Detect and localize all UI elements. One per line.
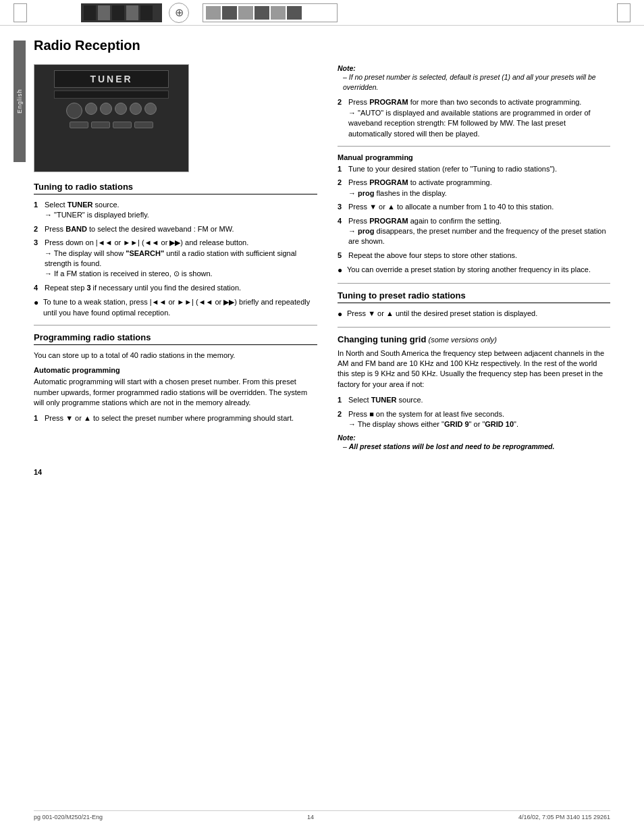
tuning-step-3-arrow1: → The display will show "SEARCH" until a… (45, 249, 296, 267)
changing-step-1-text: Select TUNER source. (348, 395, 610, 405)
tuning-steps-list: 1 Select TUNER source. → "TUNER" is disp… (34, 200, 317, 293)
tuning-step-2: 2 Press BAND to select the desired waveb… (34, 224, 317, 234)
right-column: Note: – If no preset number is selected,… (338, 64, 610, 457)
programming-intro-text: You can store up to a total of 40 radio … (34, 350, 317, 361)
manual-step-2-arrow: → prog flashes in the display. (348, 189, 447, 197)
manual-step-num-3: 3 (338, 202, 348, 212)
divider-1 (34, 325, 317, 325)
manual-step-3-text: Press ▼ or ▲ to allocate a number from 1… (348, 202, 610, 212)
tuning-bullet-1: ● To tune to a weak station, press |◄◄ o… (34, 297, 317, 318)
auto-step-2-text: Press PROGRAM for more than two seconds … (348, 97, 610, 139)
tuning-step-3-arrow2: → If a FM station is received in stereo,… (45, 269, 213, 278)
bar-graphic-r5 (271, 6, 286, 20)
device-btn-6 (144, 103, 157, 115)
preset-bullet-list: ● Press ▼ or ▲ until the desired preset … (338, 309, 610, 320)
corner-mark-topleft (14, 3, 27, 22)
divider-3 (338, 283, 610, 284)
footer-mid-text: 14 (307, 814, 314, 820)
manual-programming-steps: 1 Tune to your desired station (refer to… (338, 164, 610, 261)
bar-graphic-r3 (238, 6, 253, 20)
step-num-2: 2 (34, 224, 45, 234)
auto-step-1-text: Press ▼ or ▲ to select the preset number… (45, 413, 317, 423)
tuning-bullet-1-text: To tune to a weak station, press |◄◄ or … (43, 297, 317, 318)
tuning-step-1-arrow: → "TUNER" is displayed briefly. (45, 211, 149, 219)
tuning-step-3: 3 Press down on |◄◄ or ►►| (◄◄ or ▶▶) an… (34, 238, 317, 280)
auto-programming-steps: 1 Press ▼ or ▲ to select the preset numb… (34, 413, 317, 423)
device-btn-2 (85, 103, 97, 115)
two-column-layout: TUNER (34, 64, 610, 457)
auto-programming-step2: 2 Press PROGRAM for more than two second… (338, 97, 610, 139)
tuning-bullet-list: ● To tune to a weak station, press |◄◄ o… (34, 297, 317, 318)
device-btn-5 (130, 103, 142, 115)
manual-step-5: 5 Repeat the above four steps to store o… (338, 251, 610, 261)
device-btn-rect-1 (70, 122, 88, 128)
bar-graphic-3 (112, 5, 124, 20)
preset-bullet-1: ● Press ▼ or ▲ until the desired preset … (338, 309, 610, 320)
manual-step-1: 1 Tune to your desired station (refer to… (338, 164, 610, 174)
top-decorative-bar: ⊕ (0, 0, 644, 26)
bar-graphic-r6 (287, 6, 302, 20)
manual-bullet-1-text: You can override a preset station by sto… (347, 265, 591, 276)
footer-left-text: pg 001-020/M250/21-Eng (34, 814, 103, 820)
manual-step-5-text: Repeat the above four steps to store oth… (348, 251, 610, 261)
manual-step-num-1: 1 (338, 164, 348, 174)
bar-graphic-r1 (206, 6, 221, 20)
tuning-section-heading: Tuning to radio stations (34, 182, 317, 194)
top-bar-right-graphic (203, 3, 338, 22)
changing-sub-text: (some versions only) (428, 336, 496, 344)
device-btn-source (66, 103, 82, 119)
auto-step-2: 2 Press PROGRAM for more than two second… (338, 97, 610, 139)
bullet-icon-3: ● (338, 309, 347, 320)
bar-graphic-r4 (254, 6, 269, 20)
auto-step-num-1: 1 (34, 413, 45, 423)
changing-intro-text: In North and South America the frequency… (338, 348, 610, 390)
manual-step-2-text: Press PROGRAM to activate programming. →… (348, 178, 610, 199)
manual-step-num-2: 2 (338, 178, 348, 199)
changing-step-2: 2 Press ■ on the system for at least fiv… (338, 409, 610, 430)
main-content: Radio Reception TUNER (0, 26, 644, 490)
top-bar-left-graphic (81, 3, 162, 22)
manual-bullet-1: ● You can override a preset station by s… (338, 265, 610, 276)
device-btn-rect-2 (91, 122, 110, 128)
manual-bullet-list: ● You can override a preset station by s… (338, 265, 610, 276)
note-label-1: Note: (338, 64, 610, 72)
changing-heading-text: Changing tuning grid (338, 334, 426, 344)
auto-step-2-arrow: → "AUTO" is displayed and available stat… (348, 109, 591, 138)
left-column: TUNER (34, 64, 317, 457)
corner-mark-topright (617, 3, 630, 22)
preset-section-heading: Tuning to preset radio stations (338, 290, 610, 303)
crosshair-left: ⊕ (169, 3, 189, 23)
preset-bullet-1-text: Press ▼ or ▲ until the desired preset st… (347, 309, 537, 320)
device-btn-4 (115, 103, 127, 115)
manual-step-num-5: 5 (338, 251, 348, 261)
device-btn-rect-3 (113, 122, 132, 128)
tuning-step-2-text: Press BAND to select the desired waveban… (45, 224, 317, 234)
page-number: 14 (34, 468, 610, 476)
step-num-3: 3 (34, 238, 45, 280)
step-num-1: 1 (34, 200, 45, 221)
device-display: TUNER (54, 70, 169, 88)
note-block-2: Note: – All preset stations will be lost… (338, 434, 610, 452)
changing-section-heading: Changing tuning grid (some versions only… (338, 334, 610, 344)
auto-programming-text: Automatic programming will start with a … (34, 377, 317, 408)
bar-graphic-1 (84, 5, 96, 20)
device-buttons-row-2 (70, 122, 153, 128)
manual-step-4-arrow: → prog disappears, the preset number and… (348, 227, 606, 245)
manual-step-1-text: Tune to your desired station (refer to "… (348, 164, 610, 174)
note-block-1: Note: – If no preset number is selected,… (338, 64, 610, 92)
changing-step-2-arrow: → The display shows either "GRID 9" or "… (348, 420, 518, 428)
tuning-step-4: 4 Repeat step 3 if necessary until you f… (34, 283, 317, 293)
changing-step-num-2: 2 (338, 409, 348, 430)
device-image: TUNER (34, 64, 189, 172)
changing-steps-list: 1 Select TUNER source. 2 Press ■ on the … (338, 395, 610, 429)
bar-graphic-5 (140, 5, 153, 20)
manual-step-4: 4 Press PROGRAM again to confirm the set… (338, 216, 610, 247)
device-buttons-row-1 (66, 103, 157, 119)
bullet-icon-2: ● (338, 265, 347, 276)
bar-graphic-r2 (222, 6, 237, 20)
step-num-4: 4 (34, 283, 45, 293)
tuning-step-4-text: Repeat step 3 if necessary until you fin… (45, 283, 317, 293)
footer-right-text: 4/16/02, 7:05 PM 3140 115 29261 (518, 814, 610, 820)
bullet-icon-1: ● (34, 297, 43, 318)
manual-step-3: 3 Press ▼ or ▲ to allocate a number from… (338, 202, 610, 212)
